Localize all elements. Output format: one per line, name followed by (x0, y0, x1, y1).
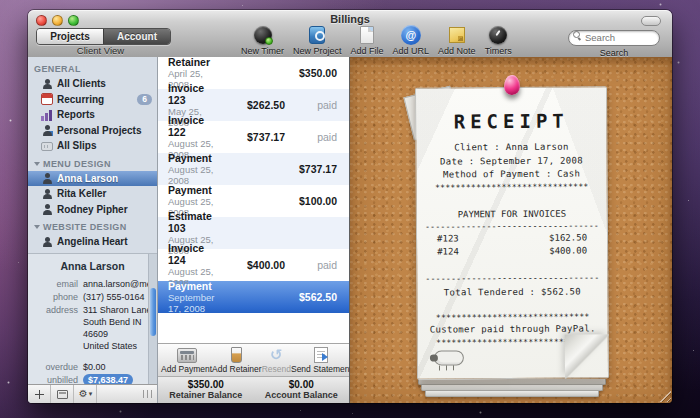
add-file-button[interactable]: Add File (351, 25, 384, 56)
new-timer-button[interactable]: New Timer (241, 25, 284, 56)
search-label: Search (568, 48, 660, 58)
sidebar: GENERAL All Clients Recurring (28, 57, 157, 403)
sidebar-item[interactable]: All Clients (28, 76, 157, 92)
receipt-info-line: Method of Payment : Cash (417, 167, 607, 182)
push-pin-icon (504, 75, 520, 95)
row-status: $737.17 (285, 163, 337, 175)
sidebar-item[interactable]: Angelina Heart (28, 234, 157, 250)
paper-stack-edge (425, 391, 599, 397)
add-url-button[interactable]: @ Add URL (393, 25, 430, 56)
sidebar-scrollbar[interactable] (148, 254, 157, 384)
row-status: paid (285, 259, 337, 271)
resend-button[interactable]: ↺ Resend (262, 346, 291, 374)
pane-resize-handle[interactable] (143, 390, 154, 398)
receipt-title: RECEIPT (416, 109, 606, 132)
row-status: $350.00 (285, 67, 337, 79)
corkboard-detail-pane: RECEIPT Client : Anna Larson Date : Sept… (350, 57, 672, 403)
invoice-row[interactable]: Invoice 124 August 25, 2008 $400.00 paid (158, 249, 349, 281)
paper-stack-edge (421, 385, 603, 391)
action-button-icon: ↺ (270, 346, 283, 363)
toolbar-button-icon: @ (401, 25, 421, 45)
add-retainer-button[interactable]: Add Retainer (212, 346, 262, 374)
sidebar-scrollbar-thumb[interactable] (150, 288, 156, 336)
view-mode-label: Client View (28, 45, 173, 56)
window-header: Billings Projects Account Client View Ne… (28, 10, 672, 58)
sidebar-item[interactable]: All Slips (28, 138, 157, 154)
sidebar-item-label: Rita Keller (57, 188, 106, 199)
sidebar-section-header[interactable]: MENU DESIGN (28, 156, 157, 171)
toolbar-button-icon (488, 25, 508, 45)
toolbar-button-icon (360, 26, 374, 44)
add-payment-button[interactable]: Add Payment (161, 346, 212, 374)
sidebar-source-list: GENERAL All Clients Recurring (28, 57, 157, 253)
row-amount: $400.00 (223, 259, 285, 271)
invoice-row[interactable]: Payment August 25, 2008 $737.17 (158, 153, 349, 185)
billings-window: Billings Projects Account Client View Ne… (28, 10, 672, 403)
add-button[interactable] (28, 385, 51, 403)
search-input[interactable] (568, 30, 660, 46)
new-project-button[interactable]: New Project (293, 25, 342, 56)
sidebar-item[interactable]: Rita Keller (28, 186, 157, 202)
search-icon (573, 31, 581, 39)
row-title: Payment (168, 280, 223, 292)
chevron-down-icon: ▾ (89, 390, 93, 398)
badge-count: 6 (137, 94, 152, 105)
sidebar-item[interactable]: Personal Projects (28, 123, 157, 139)
receipt-section-title: PAYMENT FOR INVOICES (417, 207, 607, 221)
bottombar-icon (35, 390, 44, 399)
toolbar-button-label: Timers (485, 46, 512, 56)
client-info-panel: Anna Larson email anna.larson@me.com pho… (28, 253, 157, 384)
add-note-button[interactable]: Add Note (438, 25, 476, 56)
client-info-field: unbilled $7,638.47 (28, 374, 157, 384)
toolbar-button-icon (253, 25, 273, 45)
timers-button[interactable]: Timers (485, 25, 512, 56)
action-button-label: Add Payment (161, 364, 212, 374)
sidebar-item-icon (41, 124, 53, 136)
sidebar-item[interactable]: Reports (28, 107, 157, 123)
action-icon-shape (314, 347, 328, 363)
balance-label: Account Balance (254, 390, 350, 400)
field-value: (317) 555-0164 (83, 291, 145, 303)
icon-glyph: @ (401, 25, 421, 45)
view-tab[interactable]: Projects (37, 29, 103, 44)
toolbar-button-label: Add File (351, 46, 384, 56)
view-tab[interactable]: Account (103, 29, 170, 44)
balance-value: $0.00 (254, 379, 350, 390)
invoice-row[interactable]: Payment September 17, 2008 $562.50 (158, 281, 349, 313)
field-label: unbilled (28, 374, 78, 384)
sidebar-item-label: Reports (57, 109, 95, 120)
sidebar-item[interactable]: Recurring 6 (28, 92, 157, 108)
window-resize-grip[interactable] (659, 390, 671, 402)
action-menu-button[interactable]: ⚙ ▾ (74, 385, 97, 403)
sidebar-section-header[interactable]: WEBSITE DESIGN (28, 219, 157, 234)
sidebar-item[interactable]: Rodney Pipher (28, 202, 157, 218)
drawer-button[interactable] (51, 385, 74, 403)
sidebar-bottom-bar: ⚙ ▾ (28, 384, 157, 403)
desktop: { "window": { "title": "Billings" }, "to… (0, 0, 700, 418)
send-statement-button[interactable]: Send Statement (291, 346, 352, 374)
toolbar-collapse-button[interactable] (641, 16, 661, 26)
disclosure-triangle-icon (34, 225, 40, 229)
disclosure-triangle-icon (34, 162, 40, 166)
sidebar-item-icon (41, 172, 53, 184)
action-button-icon (231, 346, 242, 363)
receipt-paper: RECEIPT Client : Anna Larson Date : Sept… (415, 86, 609, 379)
invoice-row[interactable]: Invoice 122 August 25, 2008 $737.17 paid (158, 121, 349, 153)
window-content: GENERAL All Clients Recurring (28, 57, 672, 403)
sidebar-section: GENERAL All Clients Recurring (28, 61, 157, 154)
sidebar-item[interactable]: Anna Larson (28, 171, 157, 187)
action-button-label: Resend (262, 364, 291, 374)
page-curl (565, 334, 609, 378)
field-value: anna.larson@me.com (83, 278, 157, 290)
sidebar-item-icon (41, 78, 53, 90)
sidebar-item-icon (41, 109, 53, 121)
client-info-field: phone (317) 555-0164 (28, 291, 157, 303)
sidebar-section-header[interactable]: GENERAL (28, 61, 157, 76)
receipt-invoice-id: #123 (437, 232, 459, 246)
sidebar-item-label: All Clients (57, 78, 106, 89)
row-title: Invoice 123 (168, 82, 223, 106)
row-amount: $262.50 (223, 99, 285, 111)
sidebar-item-label: All Slips (57, 140, 96, 151)
resend-arrow-icon: ↺ (270, 347, 283, 363)
gear-icon: ⚙ (79, 389, 88, 399)
